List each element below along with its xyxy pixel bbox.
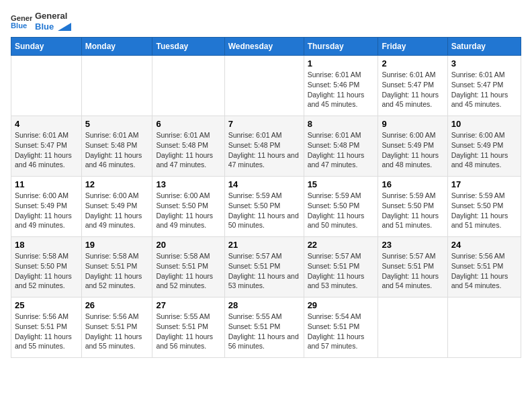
logo-general: General [35,11,71,21]
day-info: Sunrise: 5:59 AMSunset: 5:50 PMDaylight:… [228,191,300,230]
day-info: Sunrise: 5:54 AMSunset: 5:51 PMDaylight:… [308,312,375,351]
calendar-cell [378,298,447,358]
logo-icon: General Blue [11,12,32,31]
day-info: Sunrise: 5:58 AMSunset: 5:50 PMDaylight:… [15,251,78,291]
day-number: 2 [382,58,443,68]
calendar-cell: 13Sunrise: 6:00 AMSunset: 5:50 PMDayligh… [152,177,224,237]
calendar-cell: 18Sunrise: 5:58 AMSunset: 5:50 PMDayligh… [11,237,82,298]
day-info: Sunrise: 6:01 AMSunset: 5:48 PMDaylight:… [85,130,149,170]
calendar-cell: 7Sunrise: 6:01 AMSunset: 5:48 PMDaylight… [224,116,304,177]
calendar-cell: 15Sunrise: 5:59 AMSunset: 5:50 PMDayligh… [304,177,378,237]
calendar-cell: 20Sunrise: 5:58 AMSunset: 5:51 PMDayligh… [152,237,224,298]
calendar-cell: 19Sunrise: 5:58 AMSunset: 5:51 PMDayligh… [81,237,152,298]
day-number: 24 [451,240,517,250]
calendar-cell: 28Sunrise: 5:55 AMSunset: 5:51 PMDayligh… [224,298,304,358]
day-number: 15 [308,179,375,189]
day-number: 27 [156,300,220,310]
calendar-header-thursday: Thursday [304,38,378,56]
day-info: Sunrise: 6:01 AMSunset: 5:48 PMDaylight:… [308,130,375,170]
day-info: Sunrise: 5:59 AMSunset: 5:50 PMDaylight:… [451,191,517,230]
calendar-cell: 11Sunrise: 6:00 AMSunset: 5:49 PMDayligh… [11,177,82,237]
calendar-cell: 1Sunrise: 6:01 AMSunset: 5:46 PMDaylight… [304,56,378,116]
day-info: Sunrise: 5:55 AMSunset: 5:51 PMDaylight:… [156,312,220,351]
day-info: Sunrise: 6:01 AMSunset: 5:47 PMDaylight:… [382,70,443,109]
day-number: 20 [156,240,220,250]
day-number: 28 [228,300,300,310]
calendar-cell: 14Sunrise: 5:59 AMSunset: 5:50 PMDayligh… [224,177,304,237]
calendar-cell [224,56,304,116]
calendar-cell: 5Sunrise: 6:01 AMSunset: 5:48 PMDaylight… [81,116,152,177]
calendar-cell: 12Sunrise: 6:00 AMSunset: 5:49 PMDayligh… [81,177,152,237]
calendar-week-row: 11Sunrise: 6:00 AMSunset: 5:49 PMDayligh… [11,177,521,237]
calendar-cell: 8Sunrise: 6:01 AMSunset: 5:48 PMDaylight… [304,116,378,177]
calendar-cell: 29Sunrise: 5:54 AMSunset: 5:51 PMDayligh… [304,298,378,358]
calendar-cell: 4Sunrise: 6:01 AMSunset: 5:47 PMDaylight… [11,116,82,177]
calendar-cell: 10Sunrise: 6:00 AMSunset: 5:49 PMDayligh… [447,116,521,177]
calendar-cell: 17Sunrise: 5:59 AMSunset: 5:50 PMDayligh… [447,177,521,237]
day-info: Sunrise: 6:01 AMSunset: 5:48 PMDaylight:… [156,130,220,170]
day-number: 9 [382,119,443,129]
day-number: 14 [228,179,300,189]
day-info: Sunrise: 5:56 AMSunset: 5:51 PMDaylight:… [15,312,78,351]
calendar-week-row: 4Sunrise: 6:01 AMSunset: 5:47 PMDaylight… [11,116,521,177]
calendar-cell [81,56,152,116]
day-number: 26 [85,300,149,310]
calendar-cell: 25Sunrise: 5:56 AMSunset: 5:51 PMDayligh… [11,298,82,358]
calendar-header-sunday: Sunday [11,38,82,56]
day-number: 19 [85,240,149,250]
svg-text:Blue: Blue [11,21,27,30]
day-number: 6 [156,119,220,129]
day-info: Sunrise: 5:57 AMSunset: 5:51 PMDaylight:… [228,251,300,291]
day-number: 8 [308,119,375,129]
calendar-cell: 24Sunrise: 5:56 AMSunset: 5:51 PMDayligh… [447,237,521,298]
day-number: 17 [451,179,517,189]
day-info: Sunrise: 5:57 AMSunset: 5:51 PMDaylight:… [308,251,375,291]
calendar-cell [152,56,224,116]
day-number: 3 [451,58,517,68]
day-info: Sunrise: 5:58 AMSunset: 5:51 PMDaylight:… [156,251,220,291]
day-number: 13 [156,179,220,189]
day-number: 29 [308,300,375,310]
calendar-header-tuesday: Tuesday [152,38,224,56]
calendar-cell: 2Sunrise: 6:01 AMSunset: 5:47 PMDaylight… [378,56,447,116]
calendar-cell: 27Sunrise: 5:55 AMSunset: 5:51 PMDayligh… [152,298,224,358]
calendar-header-friday: Friday [378,38,447,56]
calendar-cell: 21Sunrise: 5:57 AMSunset: 5:51 PMDayligh… [224,237,304,298]
calendar-cell: 23Sunrise: 5:57 AMSunset: 5:51 PMDayligh… [378,237,447,298]
day-info: Sunrise: 6:01 AMSunset: 5:48 PMDaylight:… [228,130,300,170]
day-info: Sunrise: 6:00 AMSunset: 5:49 PMDaylight:… [382,130,443,170]
day-info: Sunrise: 5:55 AMSunset: 5:51 PMDaylight:… [228,312,300,351]
calendar-cell: 16Sunrise: 5:59 AMSunset: 5:50 PMDayligh… [378,177,447,237]
day-info: Sunrise: 6:01 AMSunset: 5:47 PMDaylight:… [451,70,517,109]
calendar-table: SundayMondayTuesdayWednesdayThursdayFrid… [11,37,521,358]
day-info: Sunrise: 5:59 AMSunset: 5:50 PMDaylight:… [382,191,443,230]
day-info: Sunrise: 6:01 AMSunset: 5:47 PMDaylight:… [15,130,78,170]
day-info: Sunrise: 6:00 AMSunset: 5:49 PMDaylight:… [85,191,149,230]
calendar-cell: 9Sunrise: 6:00 AMSunset: 5:49 PMDaylight… [378,116,447,177]
calendar-cell: 22Sunrise: 5:57 AMSunset: 5:51 PMDayligh… [304,237,378,298]
day-number: 16 [382,179,443,189]
day-number: 10 [451,119,517,129]
calendar-header-monday: Monday [81,38,152,56]
day-number: 5 [85,119,149,129]
page-header: General Blue General Blue [11,11,521,32]
day-info: Sunrise: 6:00 AMSunset: 5:49 PMDaylight:… [15,191,78,230]
svg-marker-3 [58,23,71,31]
calendar-cell [447,298,521,358]
day-number: 25 [15,300,78,310]
calendar-week-row: 1Sunrise: 6:01 AMSunset: 5:46 PMDaylight… [11,56,521,116]
calendar-header-row: SundayMondayTuesdayWednesdayThursdayFrid… [11,38,521,56]
logo: General Blue General Blue [11,11,71,32]
day-info: Sunrise: 5:59 AMSunset: 5:50 PMDaylight:… [308,191,375,230]
calendar-week-row: 18Sunrise: 5:58 AMSunset: 5:50 PMDayligh… [11,237,521,298]
day-number: 22 [308,240,375,250]
day-info: Sunrise: 5:56 AMSunset: 5:51 PMDaylight:… [85,312,149,351]
calendar-cell: 26Sunrise: 5:56 AMSunset: 5:51 PMDayligh… [81,298,152,358]
logo-blue: Blue [35,21,71,32]
day-number: 11 [15,179,78,189]
svg-text:General: General [11,14,32,22]
calendar-cell: 6Sunrise: 6:01 AMSunset: 5:48 PMDaylight… [152,116,224,177]
day-number: 4 [15,119,78,129]
calendar-cell: 3Sunrise: 6:01 AMSunset: 5:47 PMDaylight… [447,56,521,116]
day-info: Sunrise: 6:01 AMSunset: 5:46 PMDaylight:… [308,70,375,109]
